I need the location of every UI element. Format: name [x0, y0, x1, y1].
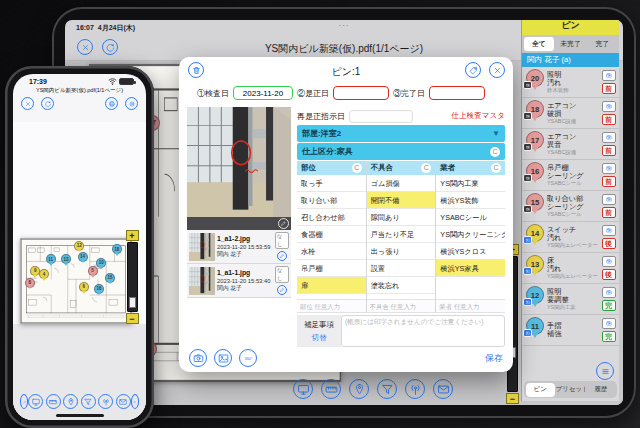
option-item[interactable]: 食器棚: [297, 226, 366, 243]
save-button[interactable]: 保存: [485, 352, 503, 365]
camera-badge[interactable]: [602, 163, 616, 174]
zoom-in-button[interactable]: +: [126, 230, 139, 241]
defect-photo[interactable]: [187, 107, 291, 217]
option-item[interactable]: 塗装忘れ: [367, 277, 436, 294]
map-pin-14[interactable]: 14: [78, 252, 88, 262]
completion-date-input[interactable]: [429, 86, 485, 100]
map-pin-4[interactable]: 4: [39, 269, 49, 279]
beacon-button[interactable]: [98, 394, 113, 409]
map-pin-18[interactable]: 18: [112, 244, 122, 254]
refresh-button[interactable]: [102, 39, 118, 55]
mail-button[interactable]: [433, 379, 453, 399]
settings-button[interactable]: [125, 97, 138, 110]
menu-button[interactable]: [131, 394, 139, 409]
option-item[interactable]: 取っ手: [297, 175, 366, 192]
photo-list-item[interactable]: 1_a1-1.jpg2023-11-20 15:53:40関内 花子なし: [187, 264, 291, 298]
monitor-button[interactable]: [28, 394, 43, 409]
pin-list-item[interactable]: 17エアコン異音YSABC設備前: [522, 129, 619, 160]
finish-inspection-master-link[interactable]: 仕上検査マスタ: [451, 111, 505, 121]
option-item[interactable]: 隙間あり: [367, 209, 436, 226]
camera-button[interactable]: [189, 349, 207, 367]
close-button[interactable]: [77, 39, 93, 55]
option-item[interactable]: 横浜YS装飾: [436, 192, 505, 209]
map-pin-15[interactable]: 15: [105, 273, 115, 283]
note-toggle-button[interactable]: 切替: [312, 333, 327, 343]
option-item[interactable]: 取り合い部: [297, 192, 366, 209]
home-indicator[interactable]: [56, 414, 104, 418]
camera-badge[interactable]: [602, 225, 616, 236]
tab-complete[interactable]: 完了: [587, 37, 617, 51]
option-item[interactable]: 水栓: [297, 243, 366, 260]
free-text-input[interactable]: [367, 299, 436, 312]
category-select-bar[interactable]: 仕上区分:家具 C: [297, 143, 505, 160]
camera-badge[interactable]: [602, 287, 616, 298]
camera-badge[interactable]: [602, 318, 616, 329]
map-pin-8[interactable]: 8: [25, 278, 35, 288]
pin-button[interactable]: [349, 379, 369, 399]
annotate-button[interactable]: [20, 394, 28, 409]
map-pin-5[interactable]: 5: [88, 266, 98, 276]
tab-all[interactable]: 全て: [524, 37, 554, 51]
map-pin-6[interactable]: 6: [79, 282, 89, 292]
panorama-360-button[interactable]: 360°: [239, 349, 257, 367]
option-item[interactable]: 横浜YS家具: [436, 260, 505, 277]
pin-button[interactable]: [63, 394, 78, 409]
camera-badge[interactable]: [602, 101, 616, 112]
note-textarea[interactable]: [341, 315, 505, 347]
floor-plan[interactable]: 121811131410594815616: [20, 238, 132, 324]
pin-list-item[interactable]: 12照明要調整YS関内工業完: [522, 284, 619, 315]
pin-list-item[interactable]: 14スイッチ汚れYS関内エレベーター後: [522, 222, 619, 253]
zoom-out-button[interactable]: −: [506, 393, 519, 404]
inspection-date-input[interactable]: [233, 86, 293, 100]
photo-library-button[interactable]: [214, 349, 232, 367]
monitor-button[interactable]: [293, 379, 313, 399]
zoom-out-button[interactable]: −: [126, 313, 139, 324]
tab-pin[interactable]: ピン: [526, 383, 555, 397]
pin-list-item[interactable]: 15取り合い部シーリングYSABCシール前: [522, 191, 619, 222]
zoom-slider[interactable]: + −: [125, 230, 139, 324]
clear-icon[interactable]: C: [491, 163, 501, 173]
option-item[interactable]: YS関内クリーニング: [436, 226, 505, 243]
option-item[interactable]: YSABCシール: [436, 209, 505, 226]
funnel-button[interactable]: [81, 394, 96, 409]
edit-photo-button[interactable]: [277, 251, 287, 261]
map-pin-11[interactable]: 11: [46, 254, 56, 264]
map-pin-16[interactable]: 16: [94, 284, 104, 294]
option-item[interactable]: ゴム損傷: [367, 175, 436, 192]
camera-badge[interactable]: [602, 70, 616, 81]
print-button[interactable]: [105, 97, 118, 110]
measure-button[interactable]: [321, 379, 341, 399]
map-pin-13[interactable]: 13: [61, 254, 71, 264]
map-pin-10[interactable]: 10: [96, 258, 106, 268]
clear-icon[interactable]: C: [352, 163, 362, 173]
pin-list-menu-button[interactable]: [596, 362, 614, 380]
pin-list-item[interactable]: 20照明汚れ鈴木装飾前: [522, 67, 619, 98]
funnel-button[interactable]: [377, 379, 397, 399]
option-item[interactable]: 横浜YSクロス: [436, 243, 505, 260]
room-select-bar[interactable]: 部屋:洋室2 ▼: [297, 125, 505, 142]
pin-list-item[interactable]: 16吊戸棚シーリングYSABCシール前: [522, 160, 619, 191]
mail-button[interactable]: [116, 394, 131, 409]
camera-badge[interactable]: [602, 256, 616, 267]
option-item[interactable]: 出っ張り: [367, 243, 436, 260]
annotate-photo-button[interactable]: [278, 218, 289, 229]
refresh-button[interactable]: [41, 97, 54, 110]
pin-list-item[interactable]: 18エアコン破損YSABC設備前: [522, 98, 619, 129]
option-item[interactable]: 扉: [297, 277, 366, 294]
beacon-button[interactable]: [405, 379, 425, 399]
recorrection-date-input[interactable]: [349, 110, 413, 123]
pdf-canvas[interactable]: 121811131410594815616 + −: [13, 122, 146, 420]
zoom-track[interactable]: [127, 242, 138, 312]
photo-list-item[interactable]: 1_a1-2.jpg2023-11-20 15:53:59関内 花子なし: [187, 230, 291, 264]
edit-photo-button[interactable]: [277, 285, 287, 295]
map-pin-12[interactable]: 12: [74, 241, 84, 251]
camera-badge[interactable]: [602, 194, 616, 205]
tab-incomplete[interactable]: 未完了: [556, 37, 586, 51]
close-button[interactable]: [21, 97, 34, 110]
clear-icon[interactable]: C: [490, 147, 500, 157]
option-item[interactable]: 設置: [367, 260, 436, 277]
option-item[interactable]: 吊戸棚: [297, 260, 366, 277]
pin-list-item[interactable]: 13床汚れYS関内エレベーター後: [522, 253, 619, 284]
zoom-thumb[interactable]: [129, 297, 136, 308]
free-text-input[interactable]: [297, 299, 366, 312]
